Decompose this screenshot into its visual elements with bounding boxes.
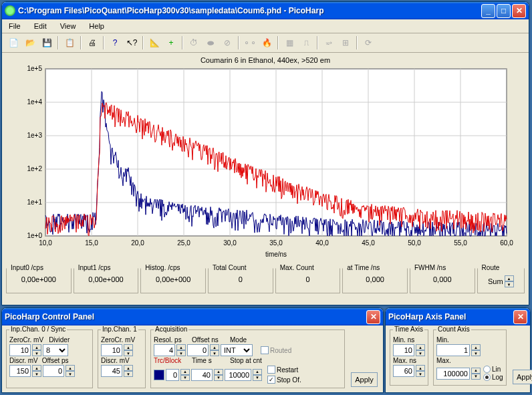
svg-text:10,0: 10,0 [39, 239, 52, 247]
clear-icon[interactable]: ⊘ [220, 35, 235, 50]
svg-text:50,0: 50,0 [408, 239, 421, 247]
acq-resol-input[interactable] [154, 344, 175, 356]
app-icon [5, 5, 15, 16]
menu-help[interactable]: Help [86, 21, 107, 31]
minimize-button[interactable]: _ [481, 4, 495, 18]
route-spinner[interactable]: ▲▼ [505, 275, 514, 287]
count-max-input[interactable] [436, 368, 470, 380]
status-route: RouteSum▲▼ [477, 268, 525, 293]
print-icon[interactable]: 🖨 [85, 35, 100, 50]
status-input0: Input0 /cps0,00e+000 [6, 268, 72, 293]
menu-file[interactable]: File [6, 21, 23, 31]
tool4-icon[interactable]: ⊞ [338, 35, 353, 50]
copy-icon[interactable]: 📋 [62, 35, 77, 50]
status-panels: Input0 /cps0,00e+000 Input1 /cps0,00e+00… [2, 265, 529, 296]
ch1-fieldset: Inp.Chan. 1 ZeroCr. mV ▲▼ Discr. mV ▲▼ [98, 330, 146, 388]
menu-edit[interactable]: Edit [31, 21, 49, 31]
restart-checkbox[interactable] [267, 366, 275, 374]
main-titlebar[interactable]: C:\Program Files\PicoQuant\PicoHarp300v3… [2, 2, 529, 19]
acq-offset-input[interactable] [187, 344, 209, 356]
open-icon[interactable]: 📂 [23, 35, 37, 50]
stop-icon[interactable]: ⬬ [203, 35, 218, 50]
chart-area: Coumarin 6 in Ethanol, 440ex, >520 em 1e… [2, 53, 529, 265]
acq-offset-spinner[interactable]: ▲▼ [210, 344, 219, 356]
svg-text:time/ns: time/ns [265, 251, 287, 258]
axis-close-button[interactable]: ✕ [513, 310, 527, 324]
status-input1: Input1 /cps0,00e+000 [74, 268, 139, 293]
ch0-zerocr-spinner[interactable]: ▲▼ [32, 344, 41, 356]
menu-view[interactable]: View [57, 21, 79, 31]
tool5-icon[interactable]: ⟳ [361, 35, 376, 50]
start-icon[interactable]: ⏱ [186, 35, 201, 50]
tool2-icon[interactable]: ⎍ [299, 35, 313, 50]
acq-trc-input[interactable] [166, 369, 179, 381]
acq-mode-select[interactable]: INT [221, 344, 253, 356]
acq-resol-spinner[interactable]: ▲▼ [176, 344, 186, 356]
svg-text:1e+2: 1e+2 [27, 165, 42, 172]
svg-text:15,0: 15,0 [85, 239, 98, 247]
stopof-checkbox[interactable]: ✓ [267, 376, 275, 384]
chart[interactable]: 1e+01e+11e+21e+31e+41e+510,015,020,025,0… [9, 65, 517, 259]
save-icon[interactable]: 💾 [39, 35, 54, 50]
control-apply-button[interactable]: Apply [351, 372, 378, 387]
routed-checkbox[interactable] [261, 346, 269, 354]
control-titlebar[interactable]: PicoHarp Control Panel ✕ [2, 308, 383, 325]
tool3-icon[interactable]: ⥴ [321, 35, 336, 50]
cursor-icon[interactable]: + [164, 35, 178, 50]
maximize-button[interactable]: □ [497, 4, 511, 18]
trc-color-box[interactable] [154, 370, 164, 380]
menubar: File Edit View Help [2, 19, 529, 33]
function-icon[interactable]: 🔥 [259, 35, 274, 50]
ch0-offset-spinner[interactable]: ▲▼ [65, 365, 75, 377]
chart-title: Coumarin 6 in Ethanol, 440ex, >520 em [9, 56, 522, 64]
axis-titlebar[interactable]: PicoHarp Axis Panel ✕ [386, 308, 530, 325]
svg-text:1e+3: 1e+3 [27, 132, 42, 139]
ch0-fieldset: Inp.Chan. 0 / Sync ZeroCr. mV Divider ▲▼… [6, 330, 93, 388]
control-close-button[interactable]: ✕ [366, 310, 380, 324]
main-window: C:\Program Files\PicoQuant\PicoHarp300v3… [1, 1, 529, 305]
count-min-input[interactable] [436, 344, 470, 356]
acq-fieldset: Acquisition Resol. ps Offset ns Mode ▲▼ … [150, 330, 345, 388]
ch1-zerocr-spinner[interactable]: ▲▼ [124, 344, 133, 356]
acq-stop-spinner[interactable]: ▲▼ [253, 369, 262, 381]
axis-apply-button[interactable]: Apply [513, 370, 532, 384]
close-button[interactable]: ✕ [512, 4, 526, 18]
time-axis-fieldset: Time Axis Min. ns ▲▼ Max. ns ▲▼ [390, 330, 428, 386]
acq-time-input[interactable] [191, 369, 213, 381]
svg-text:30,0: 30,0 [223, 239, 237, 247]
ch1-discr-spinner[interactable]: ▲▼ [124, 365, 133, 377]
tool1-icon[interactable]: ▦ [282, 35, 297, 50]
log-radio[interactable] [483, 374, 491, 381]
context-help-icon[interactable]: ↖? [124, 35, 139, 50]
svg-text:35,0: 35,0 [269, 239, 283, 247]
acq-stop-input[interactable] [225, 369, 251, 381]
count-axis-fieldset: Count Axis Min. ▲▼ Max. ▲▼ Lin Log [433, 330, 507, 386]
ch0-zerocr-input[interactable] [9, 344, 31, 356]
ch1-zerocr-input[interactable] [101, 344, 122, 356]
status-attime: at Time /ns0,000 [342, 268, 408, 293]
acq-time-spinner[interactable]: ▲▼ [214, 369, 223, 381]
svg-text:40,0: 40,0 [315, 239, 329, 247]
time-min-spinner[interactable]: ▲▼ [416, 344, 425, 356]
new-icon[interactable]: 📄 [6, 35, 21, 50]
ch0-offset-input[interactable] [43, 365, 64, 377]
ch0-divider-select[interactable]: 8 [43, 344, 68, 356]
svg-text:60,0: 60,0 [500, 239, 513, 247]
toolbar: 📄 📂 💾 📋 🖨 ? ↖? 📐 + ⏱ ⬬ ⊘ ⚬⚬ 🔥 ▦ ⎍ ⥴ ⊞ ⟳ [2, 33, 529, 53]
acq-trc-spinner[interactable]: ▲▼ [180, 369, 190, 381]
count-max-spinner[interactable]: ▲▼ [471, 368, 481, 380]
time-max-input[interactable] [393, 365, 414, 377]
lin-radio[interactable] [483, 366, 491, 373]
status-total: Total Count0 [208, 268, 273, 293]
count-min-spinner[interactable]: ▲▼ [471, 344, 481, 356]
ch1-discr-input[interactable] [101, 365, 122, 377]
time-max-spinner[interactable]: ▲▼ [416, 365, 425, 377]
trt-icon[interactable]: ⚬⚬ [243, 35, 257, 50]
time-min-input[interactable] [393, 344, 414, 356]
control-title: PicoHarp Control Panel [5, 312, 366, 321]
ch0-discr-input[interactable] [9, 365, 31, 377]
svg-text:1e+5: 1e+5 [27, 65, 42, 72]
axis-icon[interactable]: 📐 [147, 35, 162, 50]
help-icon[interactable]: ? [108, 35, 122, 50]
ch0-discr-spinner[interactable]: ▲▼ [32, 365, 41, 377]
